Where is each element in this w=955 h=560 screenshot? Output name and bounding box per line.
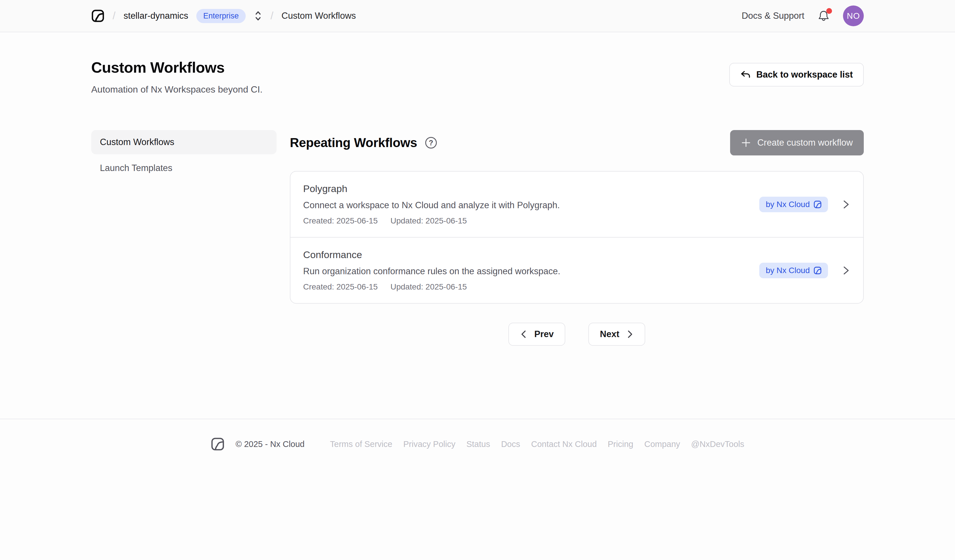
copyright-text: © 2025 - Nx Cloud	[236, 440, 305, 449]
prev-label: Prev	[534, 329, 554, 339]
footer-link-pricing[interactable]: Pricing	[608, 440, 633, 449]
notifications-button[interactable]	[817, 9, 830, 22]
docs-support-link[interactable]: Docs & Support	[742, 11, 804, 21]
workflow-name: Polygraph	[303, 183, 560, 194]
nx-logo-external-icon	[814, 200, 822, 209]
workflow-row-polygraph[interactable]: Polygraph Connect a workspace to Nx Clou…	[290, 172, 863, 237]
plan-badge: Enterprise	[196, 9, 246, 23]
workflow-updated: Updated: 2025-06-15	[390, 216, 467, 226]
sidebar-item-custom-workflows[interactable]: Custom Workflows	[91, 130, 277, 154]
notification-dot	[826, 8, 832, 14]
workflow-row-conformance[interactable]: Conformance Run organization conformance…	[290, 237, 863, 303]
chevron-right-icon	[841, 265, 850, 276]
page-footer: © 2025 - Nx Cloud Terms of Service Priva…	[0, 419, 955, 451]
workflow-description: Run organization conformance rules on th…	[303, 266, 560, 276]
back-to-workspace-list-button[interactable]: Back to workspace list	[729, 63, 864, 86]
nx-logo-external-icon	[814, 267, 822, 275]
breadcrumb-separator: /	[113, 10, 116, 22]
create-custom-workflow-button[interactable]: Create custom workflow	[730, 130, 864, 155]
workflow-updated: Updated: 2025-06-15	[390, 282, 467, 292]
prev-page-button[interactable]: Prev	[509, 323, 565, 346]
chevron-left-icon	[520, 329, 528, 339]
footer-link-privacy[interactable]: Privacy Policy	[403, 440, 456, 449]
user-avatar[interactable]: NO	[843, 5, 864, 26]
breadcrumb-separator: /	[271, 10, 273, 22]
breadcrumb-current-page: Custom Workflows	[282, 11, 356, 21]
workflow-created: Created: 2025-06-15	[303, 216, 377, 226]
by-nx-cloud-badge[interactable]: by Nx Cloud	[759, 263, 828, 278]
chevron-right-icon	[841, 199, 850, 210]
back-button-label: Back to workspace list	[756, 70, 853, 80]
return-arrow-icon	[740, 70, 751, 79]
footer-link-nxdevtools[interactable]: @NxDevTools	[691, 440, 744, 449]
footer-link-docs[interactable]: Docs	[501, 440, 520, 449]
help-icon[interactable]: ?	[425, 137, 437, 148]
footer-link-terms[interactable]: Terms of Service	[330, 440, 392, 449]
workspace-name[interactable]: stellar-dynamics	[124, 11, 188, 21]
footer-link-contact[interactable]: Contact Nx Cloud	[531, 440, 597, 449]
nx-cloud-logo-icon[interactable]	[91, 9, 105, 22]
workflow-list: Polygraph Connect a workspace to Nx Clou…	[290, 171, 864, 304]
top-navbar: / stellar-dynamics Enterprise / Custom W…	[0, 0, 955, 32]
page-title: Custom Workflows	[91, 59, 262, 76]
sidebar-item-launch-templates[interactable]: Launch Templates	[91, 156, 277, 180]
workflow-name: Conformance	[303, 249, 560, 261]
breadcrumb: / stellar-dynamics Enterprise / Custom W…	[91, 9, 356, 23]
next-label: Next	[600, 329, 619, 339]
badge-label: by Nx Cloud	[766, 266, 810, 275]
plus-icon	[741, 138, 751, 148]
workspace-switcher-icon[interactable]	[254, 10, 262, 22]
next-page-button[interactable]: Next	[589, 323, 645, 346]
settings-sidebar: Custom Workflows Launch Templates	[91, 130, 277, 346]
workflow-description: Connect a workspace to Nx Cloud and anal…	[303, 200, 560, 211]
footer-link-company[interactable]: Company	[644, 440, 680, 449]
section-heading: Repeating Workflows	[290, 136, 417, 150]
create-button-label: Create custom workflow	[757, 137, 853, 148]
sidebar-item-label: Launch Templates	[100, 163, 172, 173]
workflow-created: Created: 2025-06-15	[303, 282, 377, 292]
sidebar-item-label: Custom Workflows	[100, 137, 174, 147]
badge-label: by Nx Cloud	[766, 200, 810, 209]
footer-link-status[interactable]: Status	[466, 440, 490, 449]
page-subtitle: Automation of Nx Workspaces beyond CI.	[91, 84, 262, 95]
by-nx-cloud-badge[interactable]: by Nx Cloud	[759, 197, 828, 212]
nx-cloud-footer-logo-icon	[211, 437, 225, 451]
chevron-right-icon	[626, 329, 634, 339]
